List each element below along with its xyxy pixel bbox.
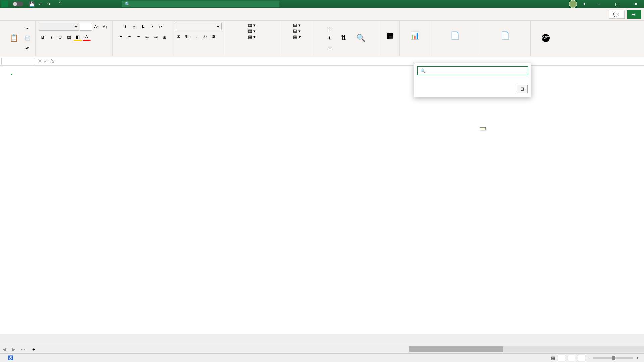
- number-format-select[interactable]: ▾: [175, 23, 222, 30]
- indent-right-icon[interactable]: ⇥: [152, 33, 160, 41]
- fill-icon[interactable]: ⬇: [326, 34, 334, 42]
- horizontal-scrollbar[interactable]: [409, 346, 644, 352]
- formula-bar[interactable]: [57, 59, 644, 64]
- increase-decimal-icon[interactable]: .0: [201, 32, 209, 40]
- fill-color-button[interactable]: ◧: [74, 33, 82, 41]
- active-cell[interactable]: [11, 74, 12, 75]
- clear-icon[interactable]: ◇: [326, 44, 334, 52]
- underline-button[interactable]: U: [56, 33, 64, 41]
- toggle-switch[interactable]: [13, 2, 23, 6]
- autosum-icon[interactable]: Σ: [326, 25, 334, 33]
- currency-icon[interactable]: $: [175, 32, 183, 40]
- rewards-icon[interactable]: ✦: [582, 1, 586, 7]
- align-bottom-icon[interactable]: ⬇: [139, 23, 147, 31]
- decrease-font-icon[interactable]: A↓: [101, 23, 109, 31]
- title-bar: 💾 ↶ ↷ ˅ 🔍 ✦ ─ ▢ ✕: [0, 0, 644, 8]
- search-icon: 🔍: [420, 68, 426, 73]
- comma-icon[interactable]: ,: [192, 32, 200, 40]
- insert-cells-button[interactable]: ⊞ ▾: [293, 23, 301, 28]
- excel-icon: [1, 1, 8, 7]
- format-painter-icon[interactable]: 🖌: [23, 44, 32, 52]
- document-name[interactable]: ˅: [59, 1, 61, 7]
- display-settings[interactable]: ▦: [551, 355, 555, 360]
- sheet-tabs: ◀ ▶ ⋯ +: [0, 345, 644, 353]
- percent-icon[interactable]: %: [183, 32, 192, 40]
- more-addins-button[interactable]: ⊞: [517, 85, 528, 93]
- page-layout-view-icon[interactable]: [568, 355, 575, 361]
- add-sheet-button[interactable]: +: [28, 345, 39, 353]
- tell-me-input[interactable]: [132, 2, 276, 7]
- tab-nav-more[interactable]: ⋯: [18, 347, 28, 352]
- cut-icon[interactable]: ✂: [23, 25, 32, 33]
- italic-button[interactable]: I: [48, 33, 56, 41]
- bold-button[interactable]: B: [39, 33, 47, 41]
- format-as-table-button[interactable]: ▦ ▾: [248, 28, 256, 34]
- tell-me-search[interactable]: 🔍: [122, 1, 279, 7]
- indent-left-icon[interactable]: ⇤: [143, 33, 151, 41]
- addins-tooltip: [480, 127, 486, 130]
- fx-icon[interactable]: fx: [50, 58, 54, 64]
- delete-cells-button[interactable]: ⊟ ▾: [293, 28, 301, 34]
- font-size-input[interactable]: [80, 23, 92, 31]
- conditional-formatting-button[interactable]: ▦ ▾: [248, 23, 256, 28]
- analysis-icon: 📊: [410, 31, 419, 40]
- align-right-icon[interactable]: ≡: [135, 33, 143, 41]
- align-top-icon[interactable]: ⬆: [121, 23, 129, 31]
- decrease-decimal-icon[interactable]: .00: [210, 32, 218, 40]
- close-button[interactable]: ✕: [629, 1, 643, 7]
- increase-font-icon[interactable]: A↑: [93, 23, 101, 31]
- user-avatar[interactable]: [569, 0, 577, 8]
- normal-view-icon[interactable]: [558, 355, 565, 361]
- ribbon-tabs: 💬 ➦: [0, 8, 644, 21]
- zoom-slider[interactable]: [593, 357, 633, 359]
- autosave-toggle[interactable]: [11, 2, 23, 6]
- tab-nav-prev[interactable]: ◀: [0, 347, 9, 352]
- comments-button[interactable]: 💬: [609, 10, 625, 19]
- undo-icon[interactable]: ↶: [39, 1, 43, 7]
- search-icon: 🔍: [125, 1, 130, 7]
- adobe-pdf-outlook-button[interactable]: 📄: [497, 30, 514, 42]
- worksheet[interactable]: [0, 66, 644, 334]
- borders-button[interactable]: ▦: [65, 33, 73, 41]
- wrap-text-icon[interactable]: ↩: [156, 23, 164, 31]
- data-analysis-button[interactable]: 📊: [407, 30, 423, 42]
- formula-bar-row: ✕ ✓ fx: [0, 57, 644, 66]
- sort-filter-button[interactable]: ⇅: [335, 32, 352, 44]
- maximize-button[interactable]: ▢: [610, 1, 624, 7]
- zoom-out-button[interactable]: −: [588, 355, 591, 360]
- share-button[interactable]: ➦: [627, 10, 641, 19]
- minimize-button[interactable]: ─: [592, 1, 605, 7]
- font-color-button[interactable]: A: [83, 33, 91, 41]
- chatgpt-button[interactable]: GPT: [538, 33, 554, 44]
- redo-icon[interactable]: ↷: [47, 1, 51, 7]
- adobe-pdf-link-button[interactable]: 📄: [447, 30, 463, 42]
- ribbon: 📋 ✂📄🖌 A↑ A↓ B I U ▦ ◧ A ⬆↕⬇↗↩: [0, 21, 644, 57]
- align-middle-icon[interactable]: ↕: [130, 23, 138, 31]
- cell-styles-button[interactable]: ▦ ▾: [248, 34, 256, 39]
- addins-button[interactable]: ▦: [382, 30, 398, 42]
- merge-icon[interactable]: ⊞: [161, 33, 169, 41]
- font-name-select[interactable]: [39, 23, 79, 31]
- paste-button[interactable]: 📋: [6, 32, 22, 44]
- save-icon[interactable]: 💾: [29, 1, 35, 7]
- format-cells-button[interactable]: ▦ ▾: [293, 34, 301, 39]
- copy-icon[interactable]: 📄: [23, 34, 32, 42]
- quick-access-toolbar: 💾 ↶ ↷: [29, 1, 51, 7]
- pdf-icon: 📄: [501, 31, 510, 40]
- find-icon: 🔍: [356, 34, 365, 42]
- enter-formula-icon[interactable]: ✓: [43, 58, 48, 64]
- align-center-icon[interactable]: ≡: [126, 33, 134, 41]
- chatgpt-icon: GPT: [542, 34, 550, 42]
- zoom-in-button[interactable]: +: [636, 355, 639, 360]
- name-box[interactable]: [1, 58, 35, 65]
- find-select-button[interactable]: 🔍: [353, 32, 369, 44]
- status-accessibility[interactable]: ♿: [8, 355, 13, 360]
- page-break-view-icon[interactable]: [578, 355, 585, 361]
- align-left-icon[interactable]: ≡: [117, 33, 125, 41]
- cancel-formula-icon[interactable]: ✕: [38, 58, 42, 64]
- clipboard-icon: 📋: [9, 34, 18, 42]
- orientation-icon[interactable]: ↗: [148, 23, 156, 31]
- addins-search[interactable]: 🔍: [417, 66, 528, 75]
- addins-search-input[interactable]: [428, 68, 525, 74]
- tab-nav-next[interactable]: ▶: [9, 347, 18, 352]
